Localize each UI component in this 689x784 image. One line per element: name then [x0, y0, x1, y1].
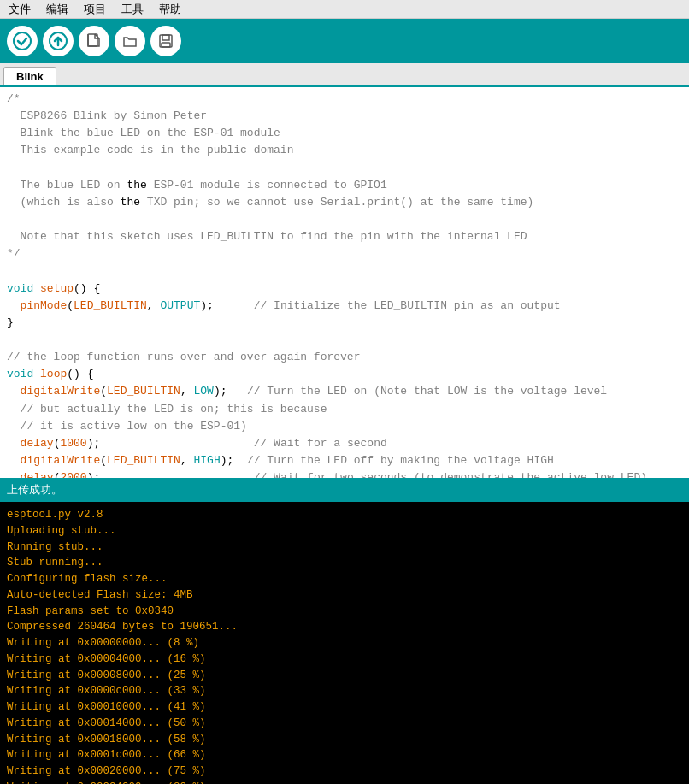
menu-tools[interactable]: 工具 — [118, 2, 147, 17]
menu-help[interactable]: 帮助 — [156, 2, 185, 17]
new-button[interactable] — [79, 26, 109, 56]
new-icon — [85, 32, 103, 50]
svg-rect-5 — [162, 35, 169, 40]
upload-button[interactable] — [43, 26, 74, 56]
code-content: /* ESP8266 Blink by Simon Peter Blink th… — [0, 91, 689, 478]
menu-edit[interactable]: 编辑 — [43, 2, 72, 17]
menu-project[interactable]: 项目 — [80, 2, 109, 17]
tabbar: Blink — [0, 63, 689, 87]
toolbar — [0, 19, 689, 63]
console-output[interactable]: esptool.py v2.8Uploading stub...Running … — [0, 502, 689, 784]
upload-icon — [49, 32, 68, 50]
open-icon — [121, 32, 138, 50]
menubar: 文件 编辑 项目 工具 帮助 — [0, 0, 689, 19]
save-button[interactable] — [150, 26, 181, 56]
statusbar: 上传成功。 — [0, 478, 689, 502]
verify-icon — [13, 32, 32, 50]
menu-file[interactable]: 文件 — [5, 2, 34, 17]
verify-button[interactable] — [7, 26, 38, 56]
open-button[interactable] — [115, 26, 145, 56]
code-editor[interactable]: /* ESP8266 Blink by Simon Peter Blink th… — [0, 87, 689, 478]
svg-rect-6 — [162, 43, 170, 47]
save-icon — [157, 32, 174, 50]
svg-point-0 — [14, 32, 31, 50]
status-text: 上传成功。 — [7, 482, 62, 498]
tab-blink[interactable]: Blink — [3, 67, 56, 85]
